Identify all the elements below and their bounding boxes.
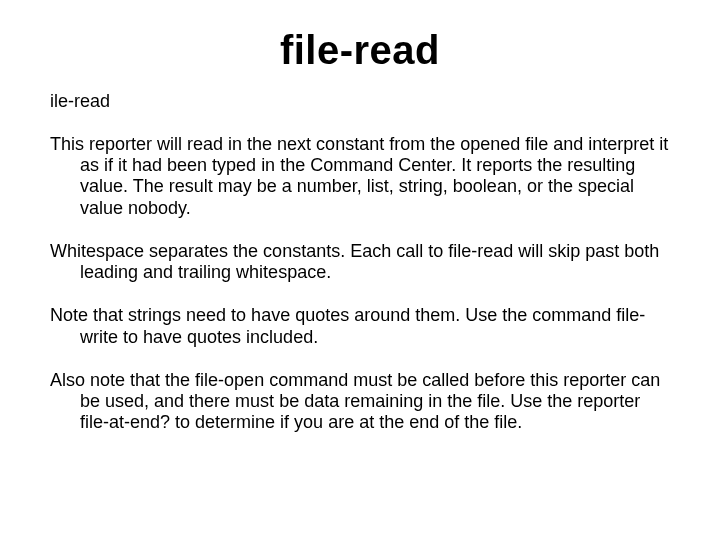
paragraph-1: This reporter will read in the next cons…	[50, 134, 670, 219]
paragraph-4: Also note that the file-open command mus…	[50, 370, 670, 434]
slide: file-read ile-read This reporter will re…	[0, 0, 720, 540]
subheader: ile-read	[50, 91, 670, 112]
paragraph-3: Note that strings need to have quotes ar…	[50, 305, 670, 347]
paragraph-2: Whitespace separates the constants. Each…	[50, 241, 670, 283]
page-title: file-read	[50, 28, 670, 73]
